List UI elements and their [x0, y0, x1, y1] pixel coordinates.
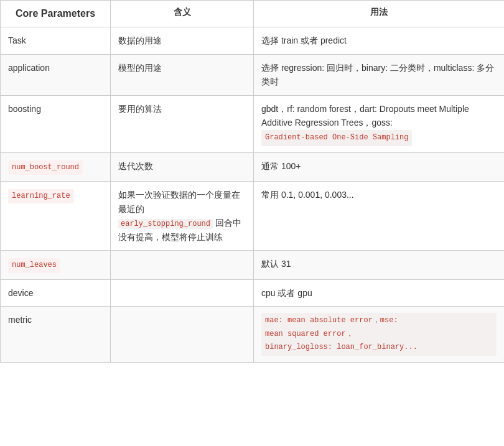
usage-cell: mae: mean absolute error，mse: mean squar… — [254, 307, 505, 363]
meaning-cell — [111, 251, 254, 279]
usage-cell: cpu 或者 gpu — [254, 279, 505, 306]
meaning-cell: 数据的用途 — [111, 27, 254, 54]
usage-cell: 通常 100+ — [254, 152, 505, 181]
meaning-cell — [111, 279, 254, 306]
core-parameters-table: Core Parameters 含义 用法 Task数据的用途选择 train … — [0, 0, 504, 363]
param-cell: metric — [1, 307, 111, 363]
meaning-cell: 如果一次验证数据的一个度量在最近的early_stopping_round 回合… — [111, 182, 254, 251]
table-row: application模型的用途选择 regression: 回归时，binar… — [1, 54, 505, 95]
usage-cell: 选择 regression: 回归时，binary: 二分类时，multicla… — [254, 54, 505, 95]
meaning-code-inline: early_stopping_round — [118, 219, 213, 229]
meaning-cell: 要用的算法 — [111, 95, 254, 152]
header-usage: 用法 — [254, 1, 505, 27]
header-param: Core Parameters — [1, 1, 111, 27]
usage-cell: 默认 31 — [254, 251, 505, 279]
param-cell: device — [1, 279, 111, 306]
table-row: metricmae: mean absolute error，mse: mean… — [1, 307, 505, 363]
param-code-label: learning_rate — [8, 189, 74, 203]
param-code-label: num_boost_round — [8, 160, 83, 175]
table-row: devicecpu 或者 gpu — [1, 279, 505, 306]
table-row: Task数据的用途选择 train 或者 predict — [1, 27, 505, 54]
usage-multiline-code: mae: mean absolute error，mse: mean squar… — [261, 313, 497, 356]
usage-code-block: Gradient-based One-Side Sampling — [261, 130, 412, 146]
param-cell: num_boost_round — [1, 152, 111, 181]
usage-cell: 选择 train 或者 predict — [254, 27, 505, 54]
meaning-cell — [111, 307, 254, 363]
usage-cell: 常用 0.1, 0.001, 0.003... — [254, 182, 505, 251]
param-cell: boosting — [1, 95, 111, 152]
meaning-cell: 迭代次数 — [111, 152, 254, 181]
header-meaning: 含义 — [111, 1, 254, 27]
table-row: learning_rate如果一次验证数据的一个度量在最近的early_stop… — [1, 182, 505, 251]
param-cell: application — [1, 54, 111, 95]
param-cell: Task — [1, 27, 111, 54]
usage-cell: gbdt，rf: random forest，dart: Dropouts me… — [254, 95, 505, 152]
param-cell: num_leaves — [1, 251, 111, 279]
table-row: num_boost_round迭代次数通常 100+ — [1, 152, 505, 181]
meaning-cell: 模型的用途 — [111, 54, 254, 95]
param-code-label: num_leaves — [8, 258, 60, 272]
param-cell: learning_rate — [1, 182, 111, 251]
table-row: num_leaves默认 31 — [1, 251, 505, 279]
table-row: boosting要用的算法gbdt，rf: random forest，dart… — [1, 95, 505, 152]
